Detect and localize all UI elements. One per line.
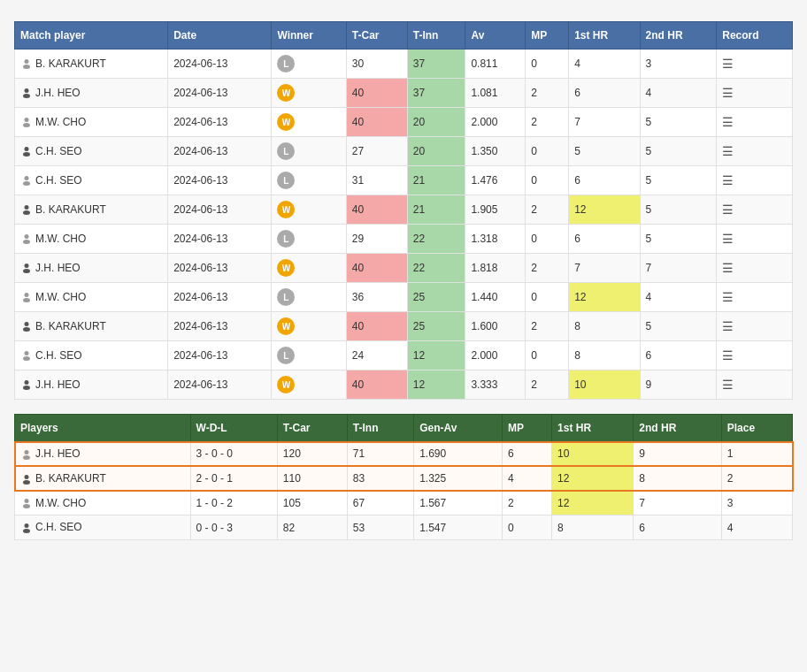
player-name: B. KARAKURT <box>15 312 168 341</box>
hr2-cell: 4 <box>640 79 717 108</box>
tinn-cell: 21 <box>407 195 465 225</box>
player-name: C.H. SEO <box>15 341 168 370</box>
record-icon[interactable]: ☰ <box>722 202 734 217</box>
record-cell[interactable]: ☰ <box>717 166 793 195</box>
tcar-cell: 120 <box>277 442 347 467</box>
av-cell: 1.318 <box>465 225 526 254</box>
record-cell[interactable]: ☰ <box>717 312 793 341</box>
match-row: C.H. SEO2024-06-13L24122.000086☰ <box>15 341 793 370</box>
record-icon[interactable]: ☰ <box>722 348 734 363</box>
record-icon[interactable]: ☰ <box>722 57 734 71</box>
record-cell[interactable]: ☰ <box>717 195 793 225</box>
match-header-av: Av <box>465 22 526 50</box>
svg-point-4 <box>25 118 29 122</box>
av-cell: 2.000 <box>465 341 526 370</box>
tinn-cell: 37 <box>407 50 465 79</box>
hr2-cell: 3 <box>640 50 717 79</box>
hr2-cell: 5 <box>640 108 717 137</box>
hr2-cell: 7 <box>634 491 721 515</box>
summary-header-t-car: T-Car <box>277 415 347 442</box>
summary-row: C.H. SEO0 - 0 - 382531.5470864 <box>15 515 793 540</box>
hr2-cell: 5 <box>640 137 717 166</box>
mp-cell: 2 <box>526 108 569 137</box>
wdl-cell: 0 - 0 - 3 <box>190 515 277 540</box>
player-name: M.W. CHO <box>15 225 168 254</box>
record-icon[interactable]: ☰ <box>722 115 734 129</box>
svg-point-29 <box>23 504 30 508</box>
svg-point-31 <box>23 529 30 533</box>
tcar-cell: 40 <box>346 370 407 400</box>
svg-point-12 <box>25 234 29 239</box>
summary-header-players: Players <box>15 415 191 442</box>
record-icon[interactable]: ☰ <box>722 290 734 304</box>
record-icon[interactable]: ☰ <box>722 319 734 333</box>
match-header-mp: MP <box>526 22 569 50</box>
record-cell[interactable]: ☰ <box>717 225 793 254</box>
match-date: 2024-06-13 <box>168 312 272 341</box>
summary-row: B. KARAKURT2 - 0 - 1110831.32541282 <box>15 466 793 491</box>
hr1-cell: 12 <box>569 283 640 312</box>
winner-cell: W <box>272 195 346 225</box>
match-header-2nd-hr: 2nd HR <box>640 22 717 50</box>
tinn-cell: 25 <box>407 283 465 312</box>
record-cell[interactable]: ☰ <box>717 254 793 283</box>
record-icon[interactable]: ☰ <box>722 261 734 275</box>
match-row: M.W. CHO2024-06-13L29221.318065☰ <box>15 225 793 254</box>
record-cell[interactable]: ☰ <box>717 137 793 166</box>
tcar-cell: 31 <box>346 166 407 195</box>
wdl-cell: 3 - 0 - 0 <box>190 442 277 467</box>
hr1-cell: 12 <box>552 491 634 515</box>
record-icon[interactable]: ☰ <box>722 86 734 100</box>
av-cell: 1.818 <box>465 254 526 283</box>
winner-badge: W <box>277 201 295 218</box>
record-cell[interactable]: ☰ <box>717 370 793 400</box>
player-name: J.H. HEO <box>15 254 168 283</box>
hr2-cell: 6 <box>640 341 717 370</box>
player-name: M.W. CHO <box>15 108 168 137</box>
mp-cell: 0 <box>526 225 569 254</box>
svg-point-25 <box>23 455 30 460</box>
svg-point-18 <box>25 322 29 326</box>
tcar-cell: 105 <box>277 491 347 515</box>
hr1-cell: 12 <box>552 466 634 491</box>
summary-table: PlayersW-D-LT-CarT-InnGen-AvMP1st HR2nd … <box>14 414 793 540</box>
match-date: 2024-06-13 <box>168 108 272 137</box>
match-date: 2024-06-13 <box>168 79 272 108</box>
record-icon[interactable]: ☰ <box>722 378 734 392</box>
record-cell[interactable]: ☰ <box>717 341 793 370</box>
player-name: C.H. SEO <box>15 137 168 166</box>
svg-point-10 <box>25 205 29 210</box>
svg-point-22 <box>25 380 29 385</box>
tcar-cell: 40 <box>346 108 407 137</box>
svg-point-5 <box>23 123 30 127</box>
av-cell: 1.350 <box>465 137 526 166</box>
summary-header-w-d-l: W-D-L <box>190 415 277 442</box>
hr1-cell: 7 <box>569 108 640 137</box>
av-cell: 1.905 <box>465 195 526 225</box>
match-row: M.W. CHO2024-06-13W40202.000275☰ <box>15 108 793 137</box>
record-cell[interactable]: ☰ <box>717 79 793 108</box>
hr2-cell: 9 <box>634 442 721 467</box>
svg-point-24 <box>25 450 29 454</box>
record-icon[interactable]: ☰ <box>722 173 734 187</box>
record-cell[interactable]: ☰ <box>717 50 793 79</box>
match-date: 2024-06-13 <box>168 166 272 195</box>
winner-badge: W <box>277 113 295 131</box>
hr1-cell: 7 <box>569 254 640 283</box>
record-cell[interactable]: ☰ <box>717 283 793 312</box>
tinn-cell: 12 <box>407 341 465 370</box>
record-icon[interactable]: ☰ <box>722 144 734 158</box>
mp-cell: 4 <box>503 466 552 491</box>
winner-cell: W <box>272 108 346 137</box>
hr2-cell: 5 <box>640 312 717 341</box>
tcar-cell: 36 <box>346 283 407 312</box>
record-icon[interactable]: ☰ <box>722 232 734 246</box>
record-cell[interactable]: ☰ <box>717 108 793 137</box>
hr1-cell: 4 <box>569 50 640 79</box>
hr1-cell: 10 <box>552 442 634 467</box>
winner-cell: L <box>272 50 346 79</box>
hr1-cell: 5 <box>569 137 640 166</box>
hr1-cell: 6 <box>569 225 640 254</box>
tcar-cell: 40 <box>346 312 407 341</box>
player-name: J.H. HEO <box>15 79 168 108</box>
